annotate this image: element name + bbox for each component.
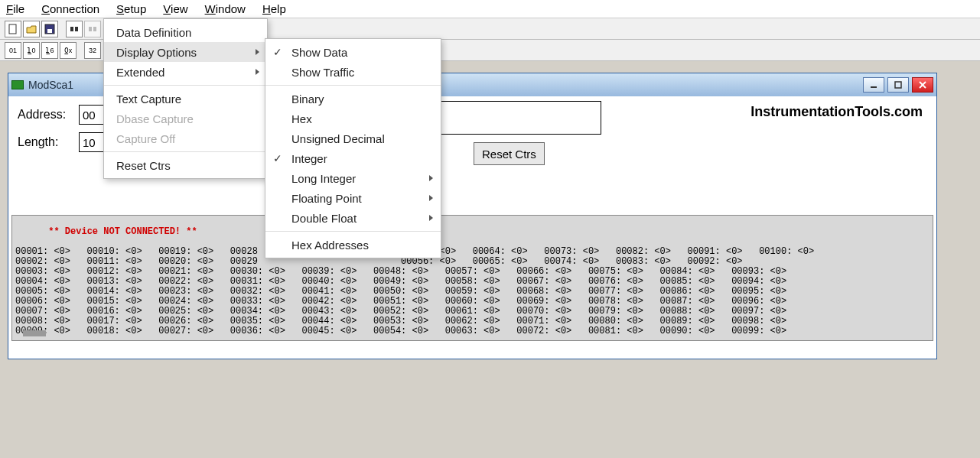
submenu-unsigned-decimal[interactable]: Unsigned Decimal	[265, 128, 441, 148]
menu-view[interactable]: View	[163, 2, 187, 15]
menu-connection[interactable]: Connection	[41, 2, 99, 15]
submenu-show-data[interactable]: ✓ Show Data	[265, 42, 441, 62]
data-area: ** Device NOT CONNECTED! ** 00001: <0> 0…	[11, 215, 933, 341]
tb-disconnect-icon[interactable]	[84, 21, 101, 37]
check-icon: ✓	[273, 152, 282, 164]
svg-rect-2	[47, 29, 52, 33]
menu-setup[interactable]: Setup	[116, 2, 146, 15]
svg-rect-0	[9, 24, 16, 34]
menu-file[interactable]: File	[6, 2, 24, 15]
close-button[interactable]	[912, 77, 933, 93]
menu-capture-off[interactable]: Capture Off	[104, 128, 267, 148]
tb-new-icon[interactable]	[5, 21, 21, 37]
submenu-double-float-label: Double Float	[291, 212, 357, 225]
error-text: ** Device NOT CONNECTED! **	[48, 226, 197, 237]
chevron-right-icon	[429, 195, 433, 201]
menu-separator	[104, 151, 267, 152]
tb-save-icon[interactable]	[41, 21, 58, 37]
menu-text-capture[interactable]: Text Capture	[104, 89, 267, 109]
menu-separator	[104, 85, 267, 86]
display-options-submenu: ✓ Show Data Show Traffic Binary Hex Unsi…	[265, 38, 441, 258]
menu-help[interactable]: Help	[262, 2, 286, 15]
chevron-right-icon	[429, 175, 433, 181]
tb-connect-icon[interactable]	[66, 21, 83, 37]
svg-rect-5	[89, 27, 92, 31]
submenu-floating-point[interactable]: Floating Point	[265, 188, 441, 208]
submenu-long-integer[interactable]: Long Integer	[265, 168, 441, 188]
tb-open-icon[interactable]	[23, 21, 40, 37]
menu-extended-label: Extended	[116, 66, 164, 79]
menu-display-options-label: Display Options	[116, 46, 197, 59]
reset-ctrs-button[interactable]: Reset Ctrs	[474, 142, 545, 165]
menubar: File Connection Setup View Window Help	[0, 0, 980, 18]
menu-display-options[interactable]: Display Options	[104, 42, 267, 62]
length-label: Length:	[18, 135, 79, 149]
maximize-button[interactable]	[887, 77, 909, 93]
menu-extended[interactable]: Extended	[104, 62, 267, 82]
menu-separator	[265, 85, 441, 86]
submenu-show-traffic[interactable]: Show Traffic	[265, 62, 441, 82]
submenu-long-integer-label: Long Integer	[291, 172, 356, 185]
data-rows: 00001: <0> 00010: <0> 00019: <0> 00028 0…	[15, 246, 819, 336]
scroll-thumb[interactable]	[23, 330, 46, 336]
minimize-button[interactable]	[863, 77, 884, 93]
setup-menu-popup: Data Definition Display Options Extended…	[103, 18, 268, 179]
app-icon	[11, 80, 24, 89]
chevron-right-icon	[429, 215, 433, 221]
tb-fmt1-icon[interactable]: 01	[5, 42, 21, 59]
submenu-binary[interactable]: Binary	[265, 89, 441, 109]
check-icon: ✓	[273, 46, 282, 58]
submenu-integer[interactable]: ✓ Integer	[265, 148, 441, 168]
svg-rect-8	[895, 82, 901, 88]
menu-separator	[265, 231, 441, 232]
menu-dbase-capture[interactable]: Dbase Capture	[104, 109, 267, 128]
chevron-right-icon	[256, 69, 259, 75]
chevron-right-icon	[256, 49, 259, 55]
tb-fmt4-icon[interactable]: 0̲x	[60, 42, 77, 59]
tb-fmt5-icon[interactable]: 32	[84, 42, 101, 59]
svg-rect-3	[70, 27, 73, 31]
tb-fmt3-icon[interactable]: 1̲6	[41, 42, 58, 59]
submenu-integer-label: Integer	[291, 152, 327, 165]
brand-label: InstrumentationTools.com	[750, 104, 923, 120]
submenu-show-data-label: Show Data	[291, 46, 347, 59]
submenu-hex[interactable]: Hex	[265, 109, 441, 128]
menu-reset-ctrs[interactable]: Reset Ctrs	[104, 155, 267, 175]
submenu-floating-point-label: Floating Point	[291, 192, 362, 205]
svg-rect-6	[93, 27, 96, 31]
svg-rect-4	[75, 27, 78, 31]
submenu-double-float[interactable]: Double Float	[265, 208, 441, 228]
address-label: Address:	[18, 108, 79, 122]
menu-data-definition[interactable]: Data Definition	[104, 22, 267, 42]
tb-fmt2-icon[interactable]: 1̲0	[23, 42, 40, 59]
menu-window[interactable]: Window	[205, 2, 246, 15]
submenu-hex-addresses[interactable]: Hex Addresses	[265, 235, 441, 255]
